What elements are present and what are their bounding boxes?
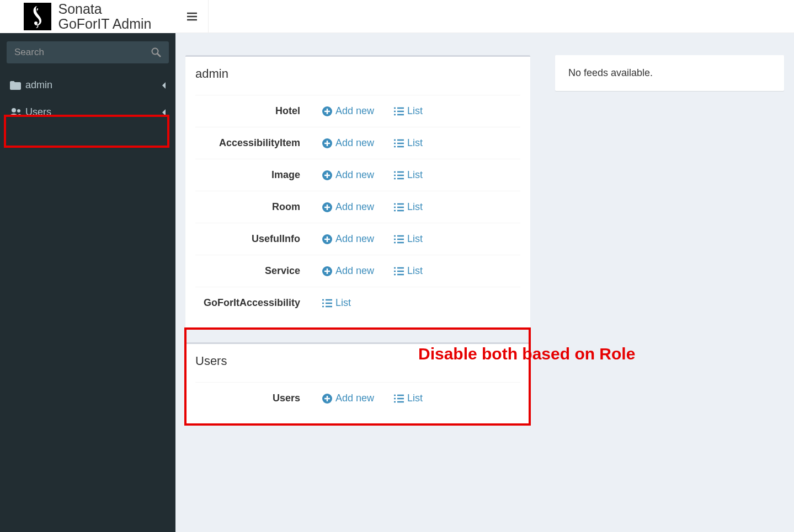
plus-circle-icon: [322, 234, 332, 244]
link-label: Add new: [335, 169, 374, 181]
entity-name: Hotel: [195, 105, 322, 117]
add-new-link[interactable]: Add new: [322, 265, 374, 277]
entity-row-room: Room Add new List: [195, 191, 520, 223]
entity-name: GoForItAccessibility: [195, 297, 322, 309]
right-column: No feeds available.: [555, 55, 784, 91]
plus-circle-icon: [322, 170, 332, 180]
list-link[interactable]: List: [394, 105, 423, 117]
header: Sonata GoForIT Admin: [0, 0, 794, 33]
plus-circle-icon: [322, 106, 332, 116]
entity-name: AccessibilityItem: [195, 137, 322, 149]
link-label: List: [335, 297, 351, 309]
users-icon: [10, 108, 25, 117]
link-label: Add new: [335, 393, 374, 404]
entity-row-usefulinfo: UsefulInfo Add new List: [195, 223, 520, 255]
content: admin Hotel Add new List AccessibilityIt…: [175, 33, 794, 532]
annotation-text: Disable both based on Role: [418, 345, 635, 363]
sidebar-item-label: admin: [25, 79, 161, 91]
entity-row-hotel: Hotel Add new List: [195, 95, 520, 127]
app-title: Sonata GoForIT Admin: [58, 2, 151, 32]
link-label: List: [407, 201, 423, 213]
feeds-panel: No feeds available.: [555, 55, 784, 91]
folder-icon: [10, 81, 25, 90]
link-label: Add new: [335, 105, 374, 117]
add-new-link[interactable]: Add new: [322, 201, 374, 213]
list-icon: [394, 267, 404, 276]
sidebar: admin Users: [0, 33, 175, 532]
left-column: admin Hotel Add new List AccessibilityIt…: [185, 55, 530, 438]
sidebar-item-label: Users: [25, 106, 161, 118]
link-label: Add new: [335, 137, 374, 149]
plus-circle-icon: [322, 394, 332, 404]
list-link[interactable]: List: [394, 233, 423, 245]
entity-row-accessibilityitem: AccessibilityItem Add new List: [195, 127, 520, 159]
list-link[interactable]: List: [394, 265, 423, 277]
header-right: [175, 0, 794, 33]
svg-point-0: [152, 49, 158, 55]
entity-name: Service: [195, 265, 322, 277]
entity-name: Image: [195, 169, 322, 181]
panel-admin: admin Hotel Add new List AccessibilityIt…: [185, 55, 530, 329]
main-wrapper: admin Users admin Hotel: [0, 33, 794, 532]
search-input[interactable]: [7, 41, 169, 63]
list-icon: [322, 299, 332, 308]
add-new-link[interactable]: Add new: [322, 233, 374, 245]
list-icon: [394, 171, 404, 180]
link-label: List: [407, 137, 423, 149]
entity-row-users: Users Add new List: [195, 382, 520, 414]
sidebar-item-users[interactable]: Users: [0, 99, 175, 126]
list-link[interactable]: List: [394, 137, 423, 149]
logo-area[interactable]: Sonata GoForIT Admin: [0, 0, 175, 33]
plus-circle-icon: [322, 138, 332, 148]
entity-row-goforitaccessibility: GoForItAccessibility List: [195, 287, 520, 319]
sidebar-toggle-button[interactable]: [175, 0, 209, 33]
list-icon: [394, 139, 404, 148]
sidebar-item-admin[interactable]: admin: [0, 72, 175, 99]
entity-name: UsefulInfo: [195, 233, 322, 245]
entity-name: Room: [195, 201, 322, 213]
link-label: List: [407, 265, 423, 277]
search-icon[interactable]: [151, 47, 161, 57]
list-icon: [394, 107, 404, 116]
list-icon: [394, 235, 404, 244]
add-new-link[interactable]: Add new: [322, 393, 374, 404]
entity-name: Users: [195, 393, 322, 404]
link-label: List: [407, 105, 423, 117]
feed-message: No feeds available.: [568, 67, 653, 78]
chevron-left-icon: [161, 109, 166, 116]
app-title-line1: Sonata: [58, 2, 151, 17]
link-label: List: [407, 169, 423, 181]
add-new-link[interactable]: Add new: [322, 105, 374, 117]
entity-row-image: Image Add new List: [195, 159, 520, 191]
list-link[interactable]: List: [322, 297, 351, 309]
list-link[interactable]: List: [394, 393, 423, 404]
link-label: List: [407, 393, 423, 404]
panel-title: admin: [195, 67, 520, 95]
chevron-left-icon: [161, 82, 166, 89]
link-label: Add new: [335, 233, 374, 245]
svg-point-3: [17, 109, 20, 112]
svg-point-2: [12, 108, 16, 112]
link-label: Add new: [335, 265, 374, 277]
svg-line-1: [157, 53, 161, 57]
list-link[interactable]: List: [394, 201, 423, 213]
list-icon: [394, 394, 404, 403]
add-new-link[interactable]: Add new: [322, 169, 374, 181]
app-title-line2: GoForIT Admin: [58, 17, 151, 32]
link-label: List: [407, 233, 423, 245]
list-link[interactable]: List: [394, 169, 423, 181]
plus-circle-icon: [322, 266, 332, 276]
search-box: [7, 41, 169, 63]
entity-row-service: Service Add new List: [195, 255, 520, 287]
treble-clef-icon: [24, 3, 51, 30]
link-label: Add new: [335, 201, 374, 213]
list-icon: [394, 203, 404, 212]
add-new-link[interactable]: Add new: [322, 137, 374, 149]
plus-circle-icon: [322, 202, 332, 212]
